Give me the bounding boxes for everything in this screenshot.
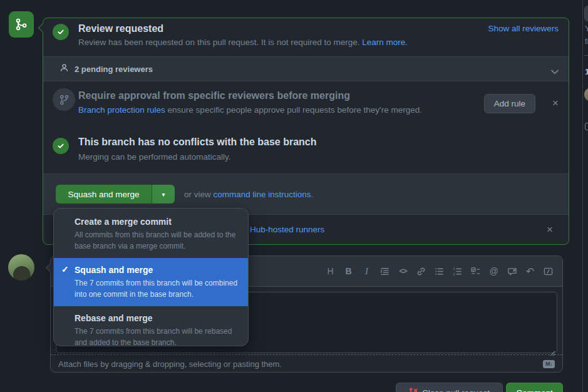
- menu-item-squash-and-merge[interactable]: ✓ Squash and merge The 7 commits from th…: [54, 258, 248, 306]
- dismiss-protection-icon[interactable]: ×: [552, 98, 559, 108]
- cross-reference-icon[interactable]: [503, 264, 521, 278]
- branch-protection-description: Branch protection rules ensure specific …: [78, 105, 422, 115]
- closed-pr-icon: [409, 388, 418, 392]
- review-requested-description: Review has been requested on this pull r…: [78, 38, 408, 47]
- markdown-icon: M↓: [543, 360, 555, 368]
- ordered-list-icon[interactable]: 12: [448, 264, 467, 278]
- pending-reviewers-label: 2 pending reviewers: [75, 64, 153, 74]
- merge-method-dropdown: Create a merge commit All commits from t…: [53, 208, 249, 346]
- menu-item-create-merge-commit[interactable]: Create a merge commit All commits from t…: [54, 210, 248, 258]
- cli-instructions-link[interactable]: command line instructions: [214, 190, 311, 199]
- attach-files-hint: Attach files by dragging & dropping, sel…: [58, 359, 282, 369]
- sidebar-text-fragment: th: [585, 36, 588, 46]
- sidebar-text-fragment: Y: [585, 24, 588, 33]
- attach-files-row[interactable]: Attach files by dragging & dropping, sel…: [51, 354, 562, 373]
- learn-more-link[interactable]: Learn more.: [362, 38, 408, 47]
- person-icon: [59, 63, 69, 75]
- sidebar-icon-fragment: [585, 123, 588, 130]
- code-icon[interactable]: <>: [394, 264, 412, 278]
- link-icon[interactable]: [412, 264, 430, 278]
- sidebar-divider: [584, 55, 588, 56]
- add-rule-button[interactable]: Add rule: [484, 94, 535, 113]
- reviewer-avatar: [584, 88, 588, 101]
- saved-replies-icon[interactable]: [539, 264, 557, 278]
- branch-protection-title: Require approval from specific reviewers…: [78, 90, 350, 101]
- dismiss-notice-icon[interactable]: ×: [547, 224, 553, 235]
- quote-icon[interactable]: [376, 264, 394, 278]
- check-circle-icon: [53, 24, 69, 40]
- no-conflicts-description: Merging can be performed automatically.: [78, 152, 231, 162]
- show-all-reviewers-link[interactable]: Show all reviewers: [488, 24, 559, 33]
- squash-and-merge-button[interactable]: Squash and merge: [56, 185, 152, 204]
- menu-item-rebase-and-merge[interactable]: Rebase and merge The 7 commits from this…: [54, 306, 248, 346]
- heading-icon[interactable]: H: [321, 264, 339, 278]
- pr-merge-screen: Review requested Review has been request…: [0, 0, 588, 392]
- mention-icon[interactable]: @: [485, 264, 503, 278]
- sidebar-button-fragment[interactable]: [584, 6, 588, 21]
- sidebar-count-fragment: 1: [585, 67, 588, 76]
- unordered-list-icon[interactable]: [430, 264, 448, 278]
- check-circle-icon: [53, 138, 69, 154]
- no-conflicts-section: This branch has no conflicts with the ba…: [43, 126, 569, 173]
- hosted-runners-link[interactable]: Hub-hosted runners: [250, 225, 324, 234]
- branch-protection-section: Require approval from specific reviewers…: [43, 81, 569, 126]
- no-conflicts-title: This branch has no conflicts with the ba…: [78, 137, 317, 148]
- close-pull-request-button[interactable]: Close pull request: [396, 383, 503, 392]
- bold-icon[interactable]: B: [339, 264, 358, 278]
- task-list-icon[interactable]: [467, 264, 485, 278]
- italic-icon[interactable]: I: [358, 264, 376, 278]
- cli-hint-text: or view command line instructions.: [184, 190, 313, 199]
- git-merge-timeline-icon: [9, 11, 34, 38]
- reply-icon[interactable]: ↶: [521, 264, 539, 278]
- svg-text:1: 1: [453, 267, 455, 271]
- merge-options-caret[interactable]: ▾: [152, 185, 175, 204]
- chevron-down-icon[interactable]: [551, 66, 559, 77]
- user-avatar: [8, 254, 34, 281]
- review-requested-title: Review requested: [78, 23, 163, 34]
- merge-button-group: Squash and merge ▾: [56, 185, 175, 204]
- pending-reviewers-row[interactable]: 2 pending reviewers: [43, 56, 569, 81]
- comment-button[interactable]: Comment: [506, 383, 563, 392]
- svg-text:2: 2: [453, 272, 455, 276]
- branch-protection-rules-link[interactable]: Branch protection rules: [78, 105, 165, 115]
- git-branch-icon: [53, 88, 75, 111]
- review-requested-section: Review requested Review has been request…: [43, 18, 569, 56]
- check-icon: ✓: [61, 264, 69, 274]
- right-sidebar-sliver: Y th 1: [582, 0, 588, 392]
